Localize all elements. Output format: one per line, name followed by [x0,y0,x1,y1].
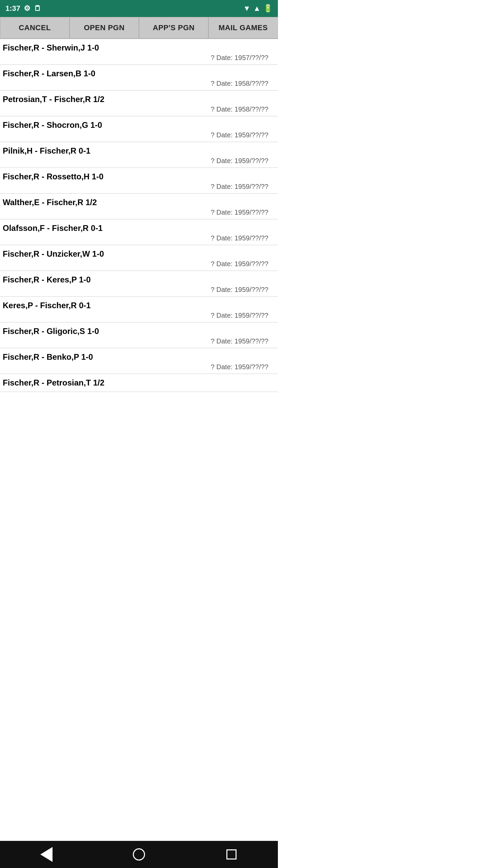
game-title: Fischer,R - Larsen,B 1-0 [3,69,275,78]
game-date: ? Date: 1959/??/?? [3,286,275,294]
game-title: Fischer,R - Benko,P 1-0 [3,352,275,362]
game-title: Fischer,R - Gligoric,S 1-0 [3,327,275,336]
toolbar: CANCEL OPEN PGN APP'S PGN MAIL GAMES [0,17,278,39]
game-date: ? Date: 1959/??/?? [3,183,275,191]
apps-pgn-button[interactable]: APP'S PGN [139,17,208,39]
list-item[interactable]: Fischer,R - Unzicker,W 1-0? Date: 1959/?… [0,245,278,271]
settings-icon: ⚙ [24,4,30,13]
list-item[interactable]: Fischer,R - Larsen,B 1-0? Date: 1958/??/… [0,65,278,91]
list-item[interactable]: Fischer,R - Shocron,G 1-0? Date: 1959/??… [0,116,278,142]
game-date: ? Date: 1959/??/?? [3,312,275,319]
game-title: Pilnik,H - Fischer,R 0-1 [3,146,275,156]
game-date: ? Date: 1959/??/?? [3,131,275,139]
status-time: 1:37 [5,4,20,13]
game-title: Petrosian,T - Fischer,R 1/2 [3,95,275,104]
cancel-button[interactable]: CANCEL [0,17,69,39]
open-pgn-button[interactable]: OPEN PGN [69,17,139,39]
game-date: ? Date: 1959/??/?? [3,363,275,371]
game-date: ? Date: 1959/??/?? [3,157,275,165]
list-item[interactable]: Fischer,R - Petrosian,T 1/2 [0,374,278,392]
battery-icon: 🔋 [263,4,272,13]
game-title: Fischer,R - Rossetto,H 1-0 [3,172,275,181]
status-bar-left: 1:37 ⚙ 🗒 [5,4,41,13]
list-item[interactable]: Keres,P - Fischer,R 0-1? Date: 1959/??/?… [0,297,278,322]
signal-icon: ▲ [253,4,261,13]
game-date: ? Date: 1958/??/?? [3,80,275,87]
list-item[interactable]: Olafsson,F - Fischer,R 0-1? Date: 1959/?… [0,219,278,245]
game-date: ? Date: 1957/??/?? [3,54,275,62]
game-title: Fischer,R - Sherwin,J 1-0 [3,43,275,53]
list-item[interactable]: Fischer,R - Gligoric,S 1-0? Date: 1959/?… [0,322,278,348]
game-title: Fischer,R - Shocron,G 1-0 [3,120,275,130]
game-title: Walther,E - Fischer,R 1/2 [3,198,275,207]
list-item[interactable]: Fischer,R - Rossetto,H 1-0? Date: 1959/?… [0,168,278,194]
game-date: ? Date: 1959/??/?? [3,337,275,345]
clipboard-icon: 🗒 [34,4,41,13]
status-bar-right: ▼ ▲ 🔋 [243,4,272,13]
list-item[interactable]: Walther,E - Fischer,R 1/2? Date: 1959/??… [0,194,278,219]
wifi-icon: ▼ [243,4,250,13]
game-title: Olafsson,F - Fischer,R 0-1 [3,223,275,233]
list-item[interactable]: Fischer,R - Benko,P 1-0? Date: 1959/??/?… [0,348,278,374]
game-title: Fischer,R - Keres,P 1-0 [3,275,275,284]
status-bar: 1:37 ⚙ 🗒 ▼ ▲ 🔋 [0,0,278,17]
game-title: Fischer,R - Petrosian,T 1/2 [3,378,275,388]
game-date: ? Date: 1958/??/?? [3,105,275,113]
list-item[interactable]: Fischer,R - Sherwin,J 1-0? Date: 1957/??… [0,39,278,65]
list-item[interactable]: Fischer,R - Keres,P 1-0? Date: 1959/??/?… [0,271,278,297]
game-date: ? Date: 1959/??/?? [3,234,275,242]
mail-games-button[interactable]: MAIL GAMES [208,17,278,39]
game-date: ? Date: 1959/??/?? [3,209,275,216]
list-item[interactable]: Petrosian,T - Fischer,R 1/2? Date: 1958/… [0,91,278,116]
list-item[interactable]: Pilnik,H - Fischer,R 0-1? Date: 1959/??/… [0,142,278,168]
game-title: Keres,P - Fischer,R 0-1 [3,301,275,310]
game-date: ? Date: 1959/??/?? [3,260,275,268]
game-list: Fischer,R - Sherwin,J 1-0? Date: 1957/??… [0,39,278,392]
game-title: Fischer,R - Unzicker,W 1-0 [3,249,275,259]
